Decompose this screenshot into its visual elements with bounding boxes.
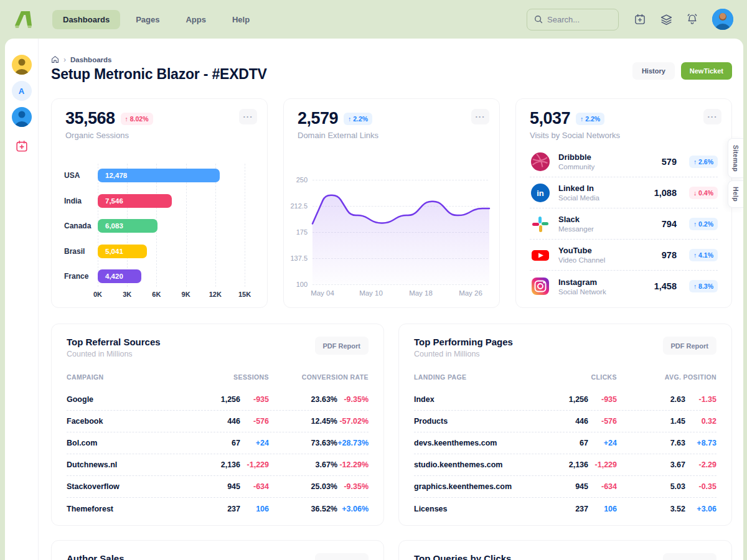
row-name: Index — [414, 395, 550, 404]
row-value: 1.45 — [617, 417, 685, 426]
social-texts: SlackMessanger — [558, 215, 662, 233]
rail-new-event-button[interactable] — [12, 137, 31, 156]
bar-india: 7,546 — [98, 194, 172, 208]
social-change-badge: ↓ 0.4% — [689, 187, 718, 199]
row-value: 25.03% — [269, 482, 337, 491]
row-value: 446 — [202, 417, 240, 426]
row-value: 2,136 — [550, 460, 588, 469]
row-change: -634 — [588, 482, 617, 491]
breadcrumb[interactable]: › Dashboards — [51, 55, 111, 63]
column-header: SESSIONS — [202, 373, 269, 381]
history-button[interactable]: History — [632, 62, 675, 80]
row-value: 73.63% — [269, 439, 337, 447]
layers-button[interactable] — [655, 8, 677, 30]
social-badge-slot: ↑ 0.2% — [683, 218, 718, 230]
column-header: LANDING PAGE — [414, 373, 550, 381]
nav-item-help[interactable]: Help — [222, 10, 260, 29]
youtube-icon — [530, 245, 550, 265]
linkedin-icon: in — [530, 182, 551, 203]
nav-item-dashboards[interactable]: Dashboards — [52, 10, 120, 29]
app-header: DashboardsPagesAppsHelp — [0, 0, 747, 39]
search-input[interactable] — [547, 15, 611, 24]
user-avatar[interactable] — [712, 9, 733, 30]
rail-avatar-1[interactable] — [12, 55, 32, 75]
social-desc: Community — [558, 163, 662, 170]
search-icon — [534, 15, 543, 24]
card-title: Top Performing Pages — [414, 337, 513, 347]
top-queries-card: Top Queries by Clicks PDF Report — [398, 540, 732, 560]
card-title: Author Sales — [67, 553, 125, 560]
main-nav: DashboardsPagesAppsHelp — [52, 10, 260, 29]
row-change: -57.02% — [337, 417, 369, 426]
bar-value-label: 4,420 — [105, 273, 123, 280]
bar-x-tick: 6K — [144, 291, 169, 298]
calendar-plus-button[interactable] — [629, 8, 651, 30]
instagram-icon — [530, 276, 550, 296]
table-row: Facebook446-57612.45%-57.02% — [67, 411, 369, 432]
bar-canada: 6,083 — [98, 219, 157, 233]
social-badge-slot: ↑ 4.1% — [683, 249, 718, 261]
social-texts: Linked InSocial Media — [558, 184, 654, 202]
organic-sessions-change-badge: ↑ 8.02% — [121, 113, 153, 125]
bar-value-label: 5,041 — [105, 248, 123, 255]
rail-avatar-3[interactable] — [12, 107, 32, 127]
app-logo[interactable] — [14, 9, 36, 30]
row-change: +8.73 — [685, 439, 716, 447]
line-y-tick: 137.5 — [284, 254, 308, 262]
rail-avatar-2[interactable]: A — [12, 81, 32, 101]
new-ticket-button[interactable]: NewTicket — [681, 62, 732, 80]
line-x-tick: May 04 — [304, 289, 341, 297]
social-visits-value: 5,037 — [530, 109, 570, 128]
social-name: Instagram — [558, 278, 654, 287]
table-row: graphics.keenthemes.com945-6345.03-0.35 — [414, 476, 716, 498]
help-edge-tab[interactable]: Help — [728, 180, 743, 208]
social-row-instagram: InstagramSocial Network1,458↑ 8.3% — [530, 271, 718, 302]
help-edge-tab-label: Help — [732, 187, 740, 202]
column-header: AVG. POSITION — [617, 373, 716, 381]
social-visits-change-badge: ↑ 2.2% — [576, 113, 604, 125]
line-series-svg — [312, 174, 489, 289]
line-x-tick: May 26 — [452, 289, 489, 297]
toolbar-actions: History NewTicket — [632, 62, 732, 80]
row-change: -0.35 — [685, 482, 716, 491]
card-menu-button[interactable]: ··· — [239, 109, 257, 124]
row-name: Bol.com — [67, 439, 202, 447]
instagram-icon — [530, 276, 551, 297]
bar-gridline — [245, 164, 245, 287]
row-change: -12.29% — [337, 460, 369, 469]
row-change: +24 — [240, 439, 269, 447]
page-title: Setup Metronic Blazor - #EXDTV — [51, 66, 267, 83]
social-desc: Social Media — [558, 194, 654, 202]
table-row: Stackoverflow945-63425.03%-9.35% — [67, 476, 369, 498]
row-change: 0.32 — [685, 417, 716, 426]
nav-item-pages[interactable]: Pages — [125, 10, 170, 29]
pdf-report-button[interactable]: PDF Report — [315, 553, 369, 560]
performing-pages-table: LANDING PAGECLICKSAVG. POSITIONIndex1,25… — [414, 368, 716, 520]
row-value: 67 — [550, 439, 588, 447]
social-change-badge: ↑ 4.1% — [689, 249, 718, 261]
breadcrumb-item[interactable]: Dashboards — [70, 56, 111, 63]
table-row: Dutchnews.nl2,136-1,2293.67%-12.29% — [67, 454, 369, 476]
row-value: 237 — [202, 505, 240, 513]
row-value: 446 — [550, 417, 588, 426]
row-change: -9.35% — [337, 395, 369, 404]
social-value: 978 — [662, 250, 677, 260]
search-box[interactable] — [527, 9, 619, 30]
social-change-badge: ↑ 2.6% — [689, 156, 718, 168]
social-desc: Messanger — [558, 225, 662, 233]
social-visits-label: Visits by Social Networks — [530, 131, 697, 140]
card-menu-button[interactable]: ··· — [703, 109, 721, 124]
nav-item-apps[interactable]: Apps — [175, 10, 217, 29]
pdf-report-button[interactable]: PDF Report — [663, 553, 717, 560]
sitemap-edge-tab[interactable]: Sitemap — [728, 138, 743, 178]
social-visits-card: 5,037 ↑ 2.2% Visits by Social Networks ·… — [515, 98, 732, 308]
row-name: Themeforest — [67, 505, 202, 513]
pdf-report-button[interactable]: PDF Report — [663, 337, 717, 355]
social-row-dribbble: DribbbleCommunity579↑ 2.6% — [530, 146, 718, 177]
organic-sessions-label: Organic Sessions — [65, 131, 232, 140]
table-header-row: LANDING PAGECLICKSAVG. POSITION — [414, 368, 716, 386]
bell-button[interactable] — [681, 8, 703, 30]
pdf-report-button[interactable]: PDF Report — [315, 337, 369, 355]
row-value: 2.63 — [617, 395, 685, 404]
bar-x-tick: 0K — [85, 291, 110, 298]
